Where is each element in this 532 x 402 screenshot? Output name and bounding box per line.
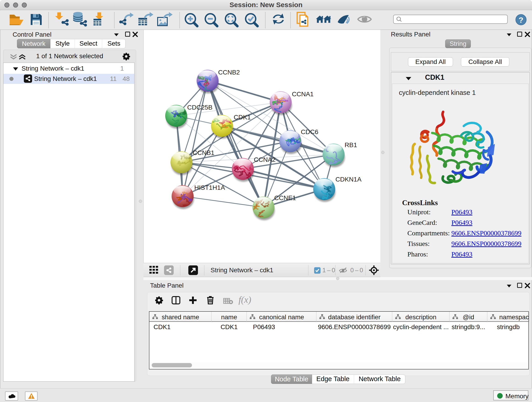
svg-text:CCNB1: CCNB1: [193, 149, 215, 156]
svg-text:CDC25B: CDC25B: [187, 104, 212, 111]
svg-text:CDK1: CDK1: [234, 114, 251, 121]
svg-text:CCNA1: CCNA1: [292, 90, 314, 98]
svg-text:CCNB2: CCNB2: [218, 69, 240, 76]
svg-text:CCNE1: CCNE1: [274, 194, 296, 201]
svg-text:CDC6: CDC6: [301, 128, 318, 135]
svg-text:RB1: RB1: [345, 141, 357, 148]
svg-text:CDKN1A: CDKN1A: [336, 176, 361, 183]
svg-text:HIST1H1A: HIST1H1A: [194, 184, 225, 191]
svg-text:CCNA2: CCNA2: [254, 156, 276, 163]
